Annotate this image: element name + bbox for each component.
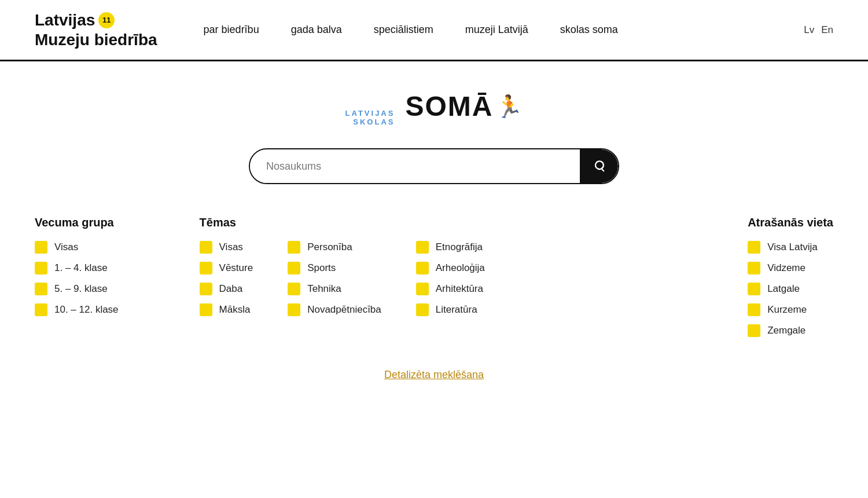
checkbox-icon (288, 262, 300, 274)
checkbox-icon (288, 241, 300, 254)
item-label: Daba (219, 283, 243, 295)
item-label: Sports (307, 262, 336, 274)
item-label: Kurzeme (767, 304, 807, 316)
checkbox-icon (35, 262, 47, 274)
list-item[interactable]: Arhitektūra (416, 283, 485, 295)
item-label: Arheoloģija (436, 262, 485, 274)
temas-col2: Personība Sports Tehnika Novadpētniecība (288, 241, 381, 316)
temas-group: Tēmas Visas Vēsture Daba (200, 216, 520, 316)
lang-switcher: Lv En (804, 24, 833, 36)
vecuma-grupa-title: Vecuma grupa (35, 216, 119, 229)
list-item[interactable]: 1. – 4. klase (35, 262, 119, 274)
search-input[interactable] (250, 150, 580, 183)
list-item[interactable]: 5. – 9. klase (35, 283, 119, 295)
temas-columns: Visas Vēsture Daba Māksla (200, 241, 520, 316)
checkbox-icon (416, 262, 429, 274)
list-item[interactable]: Novadpētniecība (288, 303, 381, 316)
item-label: 10. – 12. klase (54, 304, 119, 316)
list-item[interactable]: Zemgale (748, 324, 833, 337)
checkbox-icon (748, 241, 760, 254)
checkbox-icon (416, 241, 429, 254)
checkbox-icon (200, 283, 212, 295)
item-label: Arhitektūra (436, 283, 483, 295)
list-item[interactable]: Tehnika (288, 283, 381, 295)
atrasanas-items: Visa Latvija Vidzeme Latgale Kurzeme Zem… (748, 241, 833, 337)
logo-bottom: Muzeju biedrība (35, 30, 157, 50)
list-item[interactable]: Vēsture (200, 262, 253, 274)
logo-line2: SKOLAS (353, 118, 395, 126)
temas-col3: Etnogrāfija Arheoloģija Arhitektūra Lite… (416, 241, 485, 316)
checkbox-icon (200, 241, 212, 254)
checkbox-icon (200, 303, 212, 316)
checkbox-icon (748, 303, 760, 316)
list-item[interactable]: Etnogrāfija (416, 241, 485, 254)
item-label: Visas (54, 241, 78, 253)
detailed-search-link[interactable]: Detalizēta meklēšana (384, 369, 484, 381)
atrasanas-group: Atrašanās vieta Visa Latvija Vidzeme Lat… (748, 216, 833, 337)
list-item[interactable]: 10. – 12. klase (35, 303, 119, 316)
checkbox-icon (416, 283, 429, 295)
list-item[interactable]: Arheoloģija (416, 262, 485, 274)
list-item[interactable]: Visas (200, 241, 253, 254)
vecuma-grupa-group: Vecuma grupa Visas 1. – 4. klase 5. – 9.… (35, 216, 119, 316)
item-label: Personība (307, 241, 352, 253)
item-label: Latgale (767, 283, 800, 295)
checkbox-icon (288, 283, 300, 295)
item-label: Etnogrāfija (436, 241, 483, 253)
item-label: Vēsture (219, 262, 253, 274)
skolas-soma-logo: LATVIJAS SKOLAS SOMĀ 🏃 (345, 90, 523, 126)
checkbox-icon (200, 262, 212, 274)
item-label: Visas (219, 241, 243, 253)
checkbox-icon (748, 283, 760, 295)
filters-row: Vecuma grupa Visas 1. – 4. klase 5. – 9.… (35, 216, 833, 337)
checkbox-icon (416, 303, 429, 316)
search-bar (249, 148, 619, 184)
soma-word: SOMĀ (405, 90, 493, 122)
search-button[interactable] (580, 149, 618, 183)
item-label: Māksla (219, 304, 251, 316)
item-label: Novadpētniecība (307, 304, 381, 316)
logo-badge: 11 (98, 12, 115, 28)
list-item[interactable]: Daba (200, 283, 253, 295)
temas-col1: Visas Vēsture Daba Māksla (200, 241, 253, 316)
checkbox-icon (288, 303, 300, 316)
list-item[interactable]: Visas (35, 241, 119, 254)
nav-muzeji-latvija[interactable]: muzeji Latvijā (465, 24, 528, 36)
nav-specialistiem[interactable]: speciālistiem (374, 24, 433, 36)
list-item[interactable]: Latgale (748, 283, 833, 295)
checkbox-icon (35, 241, 47, 254)
vecuma-grupa-items: Visas 1. – 4. klase 5. – 9. klase 10. – … (35, 241, 119, 316)
item-label: 1. – 4. klase (54, 262, 108, 274)
item-label: Zemgale (767, 325, 806, 336)
item-label: 5. – 9. klase (54, 283, 108, 295)
checkbox-icon (35, 283, 47, 295)
checkbox-icon (35, 303, 47, 316)
main-nav: par biedrību gada balva speciālistiem mu… (204, 24, 804, 36)
search-icon (593, 160, 605, 173)
item-label: Visa Latvija (767, 241, 818, 253)
item-label: Tehnika (307, 283, 341, 295)
logo: Latvijas 11 Muzeju biedrība (35, 10, 157, 49)
list-item[interactable]: Sports (288, 262, 381, 274)
nav-gada-balva[interactable]: gada balva (291, 24, 342, 36)
main-content: LATVIJAS SKOLAS SOMĀ 🏃 Vecuma grupa V (0, 61, 868, 404)
lang-lv[interactable]: Lv (804, 24, 814, 36)
nav-skolas-soma[interactable]: skolas soma (560, 24, 618, 36)
soma-runner-icon: 🏃 (495, 94, 523, 119)
atrasanas-title: Atrašanās vieta (748, 216, 833, 229)
item-label: Literatūra (436, 304, 477, 316)
logo-line1: LATVIJAS (345, 109, 395, 118)
logo-latvijas: Latvijas (35, 10, 95, 30)
lang-en[interactable]: En (821, 24, 833, 36)
list-item[interactable]: Vidzeme (748, 262, 833, 274)
nav-par-biedribu[interactable]: par biedrību (204, 24, 259, 36)
list-item[interactable]: Visa Latvija (748, 241, 833, 254)
list-item[interactable]: Literatūra (416, 303, 485, 316)
checkbox-icon (748, 324, 760, 337)
list-item[interactable]: Māksla (200, 303, 253, 316)
list-item[interactable]: Personība (288, 241, 381, 254)
checkbox-icon (748, 262, 760, 274)
item-label: Vidzeme (767, 262, 806, 274)
list-item[interactable]: Kurzeme (748, 303, 833, 316)
temas-title: Tēmas (200, 216, 520, 229)
